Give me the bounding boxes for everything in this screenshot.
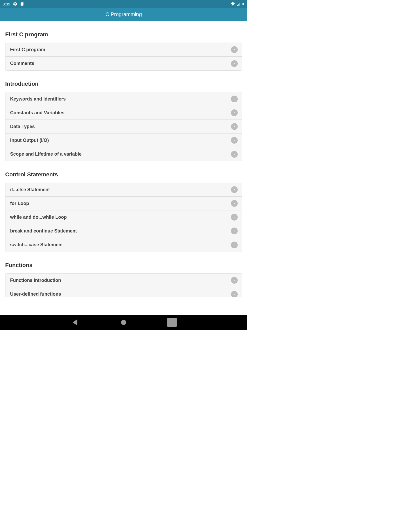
- list-item[interactable]: Scope and Lifetime of a variable: [5, 147, 242, 161]
- chevron-right-icon: [231, 60, 238, 67]
- list-item[interactable]: if...else Statement: [5, 183, 242, 197]
- status-right: [230, 2, 245, 6]
- chevron-right-icon: [231, 109, 238, 116]
- section-title: First C program: [5, 31, 242, 38]
- chevron-right-icon: [231, 96, 238, 102]
- section-title: Introduction: [5, 81, 242, 87]
- section-title: Functions: [5, 262, 242, 269]
- list-item[interactable]: Constants and Variables: [5, 106, 242, 120]
- list-item[interactable]: Functions Introduction: [5, 274, 242, 287]
- chevron-right-icon: [231, 200, 238, 207]
- list-item-label: break and continue Statement: [10, 228, 77, 234]
- chevron-right-icon: [231, 46, 238, 53]
- list-group: Keywords and IdentifiersConstants and Va…: [5, 92, 242, 161]
- list-item-label: Data Types: [10, 124, 35, 129]
- status-time: 8:39: [3, 2, 10, 6]
- chevron-right-icon: [231, 151, 238, 158]
- list-item[interactable]: Comments: [5, 57, 242, 70]
- chevron-right-icon: [231, 123, 238, 130]
- status-left: 8:39: [3, 2, 24, 6]
- system-nav-bar: [0, 315, 247, 330]
- list-item-label: Constants and Variables: [10, 110, 64, 116]
- list-item-label: Functions Introduction: [10, 278, 61, 283]
- list-item[interactable]: Data Types: [5, 120, 242, 134]
- list-item[interactable]: Input Output (I/O): [5, 134, 242, 147]
- chevron-right-icon: [231, 186, 238, 193]
- nav-recent-button[interactable]: [166, 317, 178, 328]
- list-item[interactable]: First C program: [5, 43, 242, 57]
- sd-card-icon: [20, 2, 24, 6]
- list-item[interactable]: for Loop: [5, 197, 242, 210]
- bottom-strip: [0, 297, 247, 315]
- list-item-label: switch...case Statement: [10, 242, 63, 248]
- chevron-right-icon: [231, 214, 238, 221]
- list-item-label: Comments: [10, 61, 34, 66]
- status-bar: 8:39: [0, 0, 247, 8]
- chevron-right-icon: [231, 137, 238, 144]
- list-item-label: First C program: [10, 47, 45, 52]
- section-title: Control Statements: [5, 171, 242, 178]
- app-bar: C Programming: [0, 8, 247, 21]
- list-group: First C programComments: [5, 43, 242, 71]
- list-item[interactable]: Keywords and Identifiers: [5, 92, 242, 106]
- chevron-right-icon: [231, 277, 238, 284]
- list-item[interactable]: break and continue Statement: [5, 224, 242, 238]
- list-item-label: while and do...while Loop: [10, 215, 67, 220]
- list-item-label: Input Output (I/O): [10, 138, 49, 143]
- list-item-label: for Loop: [10, 201, 29, 206]
- chevron-right-icon: [231, 228, 238, 234]
- battery-charging-icon: [242, 2, 245, 6]
- screen: 8:39 C Programming First C programFirst …: [0, 0, 247, 330]
- chevron-right-icon: [231, 242, 238, 248]
- wifi-icon: [230, 2, 235, 6]
- list-item-label: User-defined functions: [10, 291, 61, 297]
- list-item-label: if...else Statement: [10, 187, 50, 192]
- list-item[interactable]: while and do...while Loop: [5, 210, 242, 224]
- list-item-label: Scope and Lifetime of a variable: [10, 151, 82, 157]
- content-scroll[interactable]: First C programFirst C programCommentsIn…: [0, 21, 247, 330]
- list-group: if...else Statementfor Loopwhile and do.…: [5, 183, 242, 252]
- nav-home-button[interactable]: [118, 317, 129, 328]
- signal-icon: [236, 2, 241, 6]
- list-item-label: Keywords and Identifiers: [10, 96, 66, 102]
- nav-back-button[interactable]: [70, 317, 81, 328]
- list-item[interactable]: switch...case Statement: [5, 238, 242, 252]
- app-title: C Programming: [105, 11, 142, 17]
- gear-icon: [13, 2, 17, 6]
